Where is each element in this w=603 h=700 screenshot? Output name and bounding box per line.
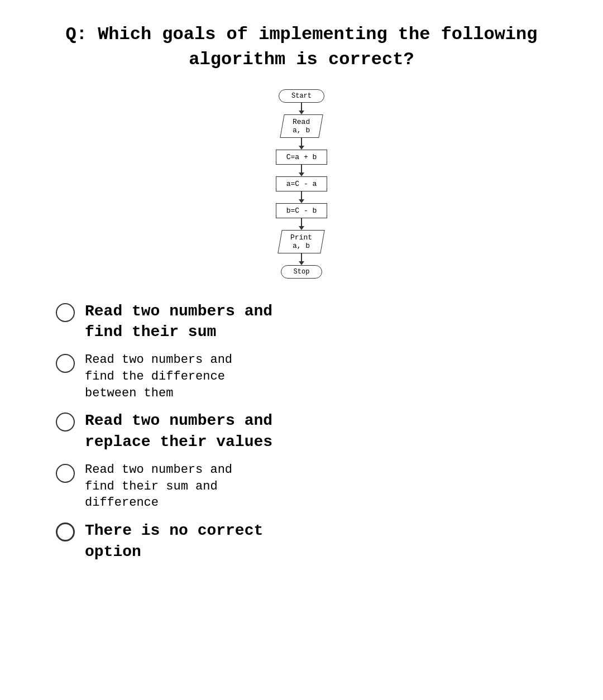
option-5-text: There is no correctoption: [85, 520, 263, 563]
arrow1: [299, 103, 304, 114]
option-4[interactable]: Read two numbers andfind their sum anddi…: [56, 462, 570, 511]
flow-node-read: Reada, b: [280, 114, 323, 138]
flow-node-stop: Stop: [281, 265, 323, 279]
option-1[interactable]: Read two numbers andfind their sum: [56, 301, 570, 343]
question-text: Q: Which goals of implementing the follo…: [34, 22, 570, 73]
option-2-text: Read two numbers andfind the differenceb…: [85, 352, 232, 401]
option-4-text: Read two numbers andfind their sum anddi…: [85, 462, 232, 511]
arrow2: [299, 138, 304, 150]
radio-option-5[interactable]: [56, 522, 75, 541]
arrow3: [299, 165, 304, 176]
flow-node-a-assign: a=C - a: [276, 176, 328, 191]
radio-option-1[interactable]: [56, 303, 75, 322]
arrow4: [299, 191, 304, 203]
option-2[interactable]: Read two numbers andfind the differenceb…: [56, 352, 570, 401]
flow-node-b-assign: b=C - b: [276, 203, 328, 218]
option-3-text: Read two numbers andreplace their values: [85, 410, 272, 453]
flow-node-c-assign: C=a + b: [276, 150, 328, 165]
arrow5: [299, 218, 304, 230]
radio-option-2[interactable]: [56, 354, 75, 373]
flow-node-start: Start: [279, 89, 324, 103]
option-5[interactable]: There is no correctoption: [56, 520, 570, 563]
option-1-text: Read two numbers andfind their sum: [85, 301, 272, 343]
flowchart: Start Reada, b C=a + b a=C - a b=C - b P…: [276, 89, 328, 279]
radio-option-3[interactable]: [56, 413, 75, 431]
flow-node-print: Printa, b: [278, 230, 325, 253]
options-section: Read two numbers andfind their sum Read …: [34, 301, 570, 563]
option-3[interactable]: Read two numbers andreplace their values: [56, 410, 570, 453]
radio-option-4[interactable]: [56, 464, 75, 483]
arrow6: [299, 253, 304, 265]
